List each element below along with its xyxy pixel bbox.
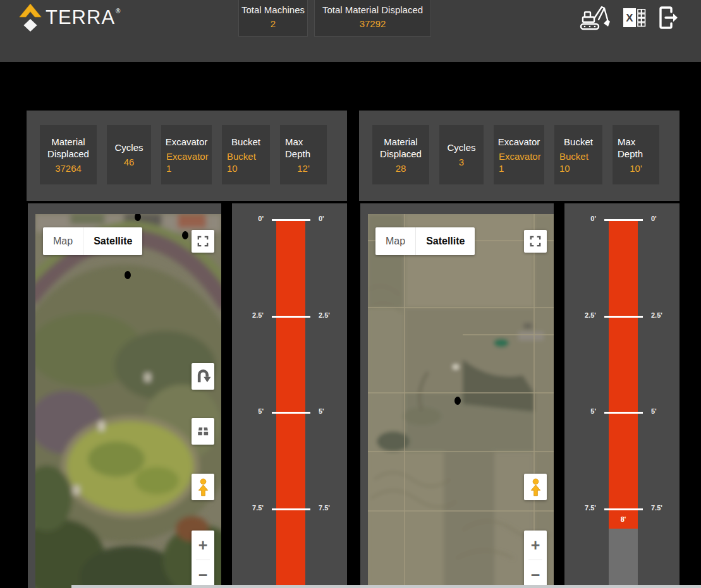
gauge-fill [609, 219, 638, 529]
pegman-icon [530, 478, 542, 496]
total-machines-label: Total Machines [239, 4, 307, 16]
gauge-tick-label: 0' [319, 215, 345, 222]
gauge-tick-label: 5' [233, 407, 264, 415]
gauge-tick [604, 316, 643, 318]
stat-label: Bucket [231, 136, 260, 148]
map-button[interactable]: Map [375, 227, 415, 255]
pegman-button[interactable] [192, 474, 214, 500]
gauge-tick-label: 7.5' [319, 504, 345, 512]
zoom-out-button[interactable]: − [524, 560, 547, 588]
stat-value: 37264 [55, 162, 82, 174]
excavator-icon [579, 3, 611, 32]
satellite-button[interactable]: Satellite [415, 227, 475, 255]
logout-button[interactable] [655, 3, 679, 32]
stat-value: 3 [459, 156, 464, 168]
gauge-tick-label: 7.5' [651, 504, 678, 512]
pegman-button[interactable] [524, 474, 547, 500]
stat-label: Cycles [114, 141, 143, 153]
total-material-displaced-stat: Total Material Displaced 37292 [314, 0, 431, 37]
gauge-tick-label: 0' [566, 215, 596, 222]
gauge-tick [272, 508, 310, 510]
stat-value: 28 [396, 162, 406, 174]
stat-label: Material Displaced [43, 136, 94, 160]
stat-value: 12' [297, 162, 310, 174]
stat-value: Excavator 1 [499, 150, 543, 174]
fullscreen-button[interactable] [524, 230, 547, 253]
gauge-tick-label: 2.5' [233, 311, 264, 319]
logout-door-icon [655, 3, 679, 32]
stat-label: Max Depth [285, 136, 318, 160]
stat-max-depth: Max Depth 12' [280, 125, 327, 184]
stat-excavator: Excavator Excavator 1 [161, 125, 212, 184]
gauge-tick [272, 412, 310, 414]
terra-diamond-icon [18, 3, 43, 32]
stat-value: Bucket 10 [227, 150, 257, 174]
zoom-control: + − [192, 531, 214, 588]
stat-value: 10' [630, 162, 642, 174]
stat-bucket: Bucket Bucket 10 [554, 125, 602, 184]
gauge-tick [272, 316, 310, 318]
gauge-tick-label: 2.5' [566, 311, 596, 319]
bottom-edge-bar [71, 585, 701, 588]
gauge-tick-label: 7.5' [233, 504, 264, 512]
machine-1-stats-panel: Material Displaced 37264 Cycles 46 Excav… [27, 111, 347, 201]
svg-text:X: X [626, 12, 633, 24]
machine-1-depth-gauge: 0' 0' 2.5' 2.5' 5' 5' 7.5' 7.5' [232, 203, 347, 588]
total-machines-stat: Total Machines 2 [238, 0, 308, 37]
total-material-displaced-label: Total Material Displaced [315, 4, 430, 16]
gauge-tick [604, 219, 643, 221]
gauge-tick [604, 412, 643, 414]
stat-label: Material Displaced [375, 136, 426, 160]
machine-2-depth-gauge: 0' 0' 2.5' 2.5' 5' 5' 7.5' 7.5' 8' [564, 203, 680, 588]
stat-bucket: Bucket Bucket 10 [222, 125, 270, 184]
gauge-tick [272, 219, 310, 221]
zoom-in-button[interactable]: + [192, 531, 214, 560]
gauge-tick-label: 0' [651, 215, 678, 222]
machine-2-stats-panel: Material Displaced 28 Cycles 3 Excavator… [359, 111, 680, 201]
machines-button[interactable] [579, 3, 611, 32]
gauge-tick-label: 5' [319, 407, 345, 415]
pegman-icon [197, 478, 209, 496]
stat-excavator: Excavator Excavator 1 [494, 125, 544, 184]
gauge-tick-label: 2.5' [319, 311, 345, 319]
total-machines-value: 2 [239, 18, 307, 30]
map-marker[interactable] [125, 271, 131, 279]
stat-cycles: Cycles 3 [439, 125, 484, 184]
stat-label: Excavator [166, 136, 208, 148]
rotate-button[interactable] [192, 363, 214, 390]
map-type-toggle: Map Satellite [43, 227, 142, 255]
total-material-displaced-value: 37292 [315, 18, 430, 30]
gauge-tick-label: 2.5' [651, 311, 678, 319]
gauge-fill [276, 219, 305, 588]
map-marker[interactable] [182, 231, 188, 239]
tilt-tiles-icon [194, 422, 212, 441]
map-type-toggle: Map Satellite [375, 227, 475, 255]
stat-label: Max Depth [618, 136, 650, 160]
machine-1-map-panel: Map Satellite [28, 203, 221, 588]
tilt-button[interactable] [192, 418, 214, 445]
gauge-tick-label: 0' [233, 215, 264, 222]
zoom-control: + − [524, 531, 547, 588]
gauge-current-depth-label: 8' [609, 515, 638, 523]
stat-value: 46 [124, 156, 135, 168]
fullscreen-button[interactable] [192, 230, 214, 253]
zoom-in-button[interactable]: + [524, 531, 547, 560]
terra-logo: TERRA ® [18, 3, 120, 32]
gauge-tick [604, 508, 643, 510]
stat-cycles: Cycles 46 [107, 125, 151, 184]
machine-2-map-panel: Map Satellite + − [360, 203, 554, 588]
stat-label: Excavator [498, 136, 540, 148]
gauge-tick-label: 7.5' [566, 504, 596, 512]
export-excel-button[interactable]: X [622, 3, 646, 32]
app-header: TERRA ® Total Machines 2 Total Material … [0, 0, 701, 62]
map-button[interactable]: Map [43, 227, 83, 255]
fullscreen-icon [530, 236, 541, 247]
stat-max-depth: Max Depth 10' [613, 125, 659, 184]
satellite-button[interactable]: Satellite [83, 227, 142, 255]
zoom-out-button[interactable]: − [192, 560, 214, 588]
map-marker[interactable] [454, 397, 461, 405]
gauge-tick-label: 5' [651, 407, 678, 415]
machine-1-satellite-map[interactable]: Map Satellite [35, 214, 221, 588]
machine-2-satellite-map[interactable]: Map Satellite + − [368, 214, 554, 588]
registered-mark: ® [116, 7, 120, 16]
